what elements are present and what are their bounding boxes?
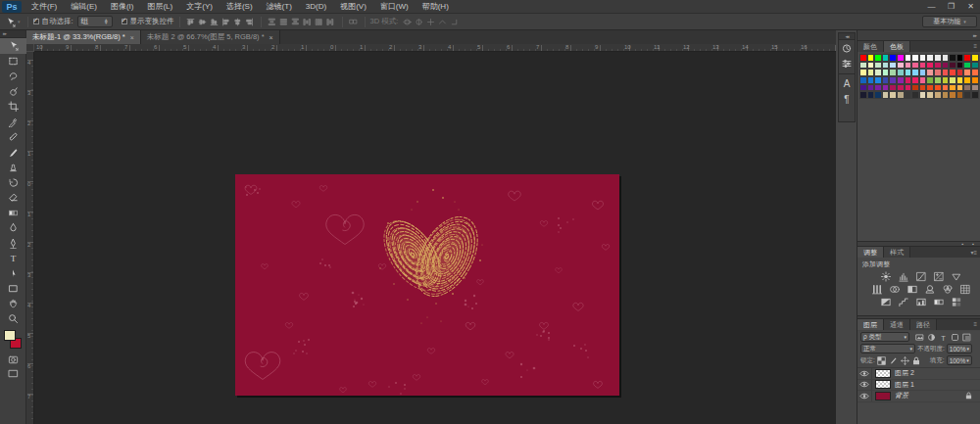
tools-panel-header[interactable]: ▸▸: [0, 30, 25, 38]
menu-8[interactable]: 视图(V): [333, 0, 373, 13]
document-tab-2[interactable]: 未标题 2 @ 66.7%(图层 5, RGB/8) *×: [141, 30, 280, 44]
layer-visibility-eye-icon[interactable]: [858, 391, 872, 401]
tab-layers[interactable]: 图层: [858, 319, 884, 330]
color-swatch[interactable]: [905, 91, 912, 99]
menu-4[interactable]: 文字(Y): [179, 0, 220, 13]
color-swatch[interactable]: [949, 91, 956, 99]
spot-healing-tool[interactable]: [0, 129, 26, 145]
color-swatch[interactable]: [911, 76, 919, 84]
black-white-adjustment-icon[interactable]: [906, 284, 919, 295]
color-swatch[interactable]: [956, 76, 964, 84]
color-swatch[interactable]: [905, 54, 912, 62]
color-swatch[interactable]: [963, 91, 971, 99]
align-top-icon[interactable]: [185, 16, 197, 28]
color-swatch[interactable]: [956, 54, 964, 62]
color-swatch[interactable]: [859, 69, 867, 76]
menu-5[interactable]: 选择(S): [220, 0, 260, 13]
color-balance-adjustment-icon[interactable]: [889, 284, 902, 295]
selective-color-adjustment-icon[interactable]: [951, 297, 963, 307]
levels-adjustment-icon[interactable]: [898, 271, 910, 282]
lock-all-icon[interactable]: [912, 356, 920, 365]
posterize-adjustment-icon[interactable]: [898, 297, 910, 307]
color-swatch[interactable]: [874, 76, 882, 84]
show-transform-checkbox[interactable]: [122, 19, 127, 24]
color-swatch[interactable]: [882, 91, 890, 99]
tab-close-icon[interactable]: ×: [130, 34, 134, 41]
color-swatch[interactable]: [934, 84, 942, 92]
color-swatch[interactable]: [859, 76, 867, 84]
color-swatch[interactable]: [926, 62, 934, 70]
3d-rotate-icon[interactable]: [401, 16, 413, 28]
color-swatch[interactable]: [949, 54, 956, 62]
color-swatch[interactable]: [971, 76, 979, 84]
color-swatch[interactable]: [882, 84, 890, 92]
color-swatch[interactable]: [874, 91, 882, 99]
menu-3[interactable]: 图层(L): [140, 0, 179, 13]
opacity-dropdown[interactable]: 100%▾: [947, 344, 972, 353]
lasso-tool[interactable]: [0, 69, 26, 84]
color-swatch[interactable]: [911, 69, 919, 76]
menu-0[interactable]: 文件(F): [24, 0, 64, 13]
minimize-button[interactable]: —: [926, 2, 937, 11]
blend-mode-dropdown[interactable]: 正常▾: [860, 344, 915, 353]
color-swatch[interactable]: [942, 54, 950, 62]
auto-align-button[interactable]: [348, 16, 360, 28]
filter-smart-icon[interactable]: [962, 333, 971, 342]
menu-6[interactable]: 滤镜(T): [260, 0, 299, 13]
invert-adjustment-icon[interactable]: [880, 297, 893, 307]
canvas-image[interactable]: [235, 174, 619, 396]
tab-channels[interactable]: 通道: [884, 319, 910, 330]
3d-drag-icon[interactable]: [424, 16, 436, 28]
dist-middle-icon[interactable]: [278, 16, 290, 28]
align-bottom-icon[interactable]: [209, 16, 220, 28]
color-swatch[interactable]: [859, 84, 867, 92]
layers-panel-menu-icon[interactable]: ≡: [973, 321, 977, 327]
color-swatch[interactable]: [911, 91, 919, 99]
color-swatch[interactable]: [889, 76, 897, 84]
layer-visibility-eye-icon[interactable]: [858, 380, 872, 391]
ruler-corner[interactable]: [26, 44, 34, 52]
color-swatch[interactable]: [919, 54, 927, 62]
color-swatch[interactable]: [905, 84, 912, 92]
color-swatch[interactable]: [926, 54, 934, 62]
color-swatch[interactable]: [897, 91, 905, 99]
zoom-tool[interactable]: [0, 311, 26, 327]
color-swatch[interactable]: [963, 54, 971, 62]
color-swatch[interactable]: [889, 91, 897, 99]
screen-mode-button[interactable]: [0, 367, 26, 381]
color-swatch[interactable]: [867, 69, 875, 76]
color-swatch[interactable]: [919, 69, 927, 76]
color-swatch[interactable]: [882, 62, 890, 70]
layer-filter-dropdown[interactable]: ρ 类型▾: [860, 332, 909, 342]
color-swatch[interactable]: [971, 54, 979, 62]
pen-tool[interactable]: [0, 236, 26, 252]
fill-dropdown[interactable]: 100%▾: [947, 355, 972, 365]
lock-transparent-icon[interactable]: [877, 356, 886, 365]
color-swatch[interactable]: [934, 62, 942, 70]
color-swatch[interactable]: [874, 84, 882, 92]
color-swatch[interactable]: [926, 91, 934, 99]
color-swatch[interactable]: [919, 84, 927, 92]
color-swatch[interactable]: [926, 76, 934, 84]
color-swatch[interactable]: [859, 62, 867, 70]
document-tab-1[interactable]: 未标题-1 @ 33.3%(RGB/8) *×: [26, 30, 141, 44]
quick-selection-tool[interactable]: [0, 84, 26, 100]
eyedropper-tool[interactable]: [0, 115, 26, 130]
color-swatch[interactable]: [859, 91, 867, 99]
color-swatch[interactable]: [956, 69, 964, 76]
swatches-panel-menu-icon[interactable]: ≡: [973, 43, 977, 49]
align-center-h-icon[interactable]: [232, 16, 244, 28]
color-swatch[interactable]: [949, 76, 956, 84]
color-swatch[interactable]: [934, 69, 942, 76]
color-swatch[interactable]: [942, 84, 950, 92]
color-lookup-adjustment-icon[interactable]: [959, 284, 972, 295]
color-swatch[interactable]: [934, 54, 942, 62]
color-swatch[interactable]: [874, 69, 882, 76]
color-swatch[interactable]: [905, 76, 912, 84]
dist-left-icon[interactable]: [302, 16, 314, 28]
path-selection-tool[interactable]: [0, 266, 26, 282]
color-swatch[interactable]: [919, 76, 927, 84]
collapse-dock-button[interactable]: ▸▸: [858, 30, 980, 41]
brightness-contrast-adjustment-icon[interactable]: [880, 271, 893, 282]
adjustments-panel-menu-icon[interactable]: ▾≡: [970, 249, 977, 256]
